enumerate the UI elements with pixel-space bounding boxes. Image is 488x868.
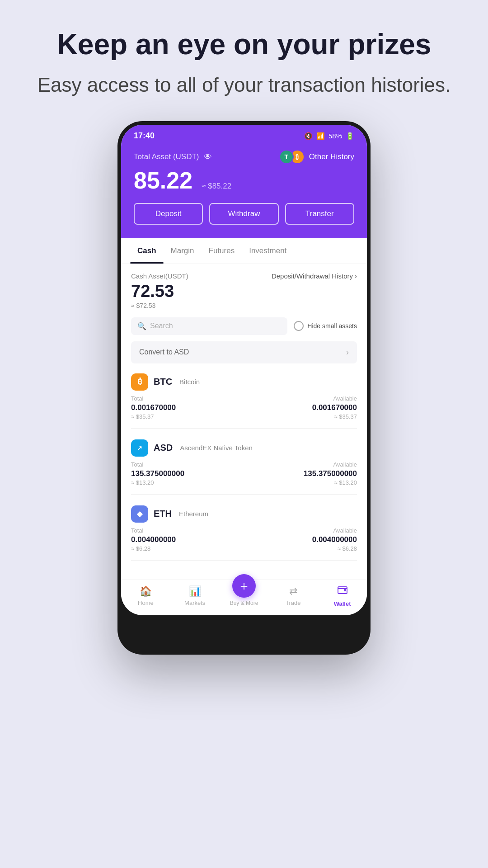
content-area: Cash Asset(USDT) Deposit/Withdrawal Hist… (121, 264, 367, 580)
wallet-header: Total Asset (USDT) 👁 T ₿ Other History 8… (121, 145, 367, 238)
asd-available-amount: 135.375000000 (304, 469, 357, 478)
search-placeholder: Search (150, 322, 173, 330)
total-asset-value: 85.22 (134, 168, 192, 193)
tabs-row: Cash Margin Futures Investment (121, 238, 367, 264)
btc-icon: ₿ (131, 373, 148, 391)
hide-small-assets[interactable]: Hide small assets (294, 321, 357, 331)
tab-investment[interactable]: Investment (242, 238, 294, 264)
eye-icon[interactable]: 👁 (204, 152, 212, 162)
search-icon: 🔍 (137, 322, 146, 330)
nav-markets-label: Markets (184, 599, 205, 606)
other-history-label: Other History (309, 152, 354, 161)
nav-trade[interactable]: ⇄ Trade (268, 585, 318, 606)
convert-bar[interactable]: Convert to ASD › (131, 341, 357, 363)
withdraw-button[interactable]: Withdraw (209, 203, 278, 225)
btc-total-label: Total (131, 395, 176, 402)
wifi-icon: 📶 (316, 132, 325, 140)
markets-icon: 📊 (189, 585, 201, 597)
asset-label: Total Asset (USDT) 👁 (134, 152, 212, 162)
eth-icon: ◆ (131, 505, 148, 523)
asd-symbol: ASD (154, 443, 173, 453)
cash-asset-label: Cash Asset(USDT) (131, 272, 188, 280)
asd-total-usd: ≈ $13.20 (131, 479, 184, 486)
btc-symbol: BTC (154, 377, 172, 387)
asd-total-amount: 135.375000000 (131, 469, 184, 478)
mute-icon: 🔇 (304, 132, 313, 140)
battery-level: 58% (328, 132, 342, 140)
tab-margin[interactable]: Margin (164, 238, 202, 264)
status-bar: 17:40 🔇 📶 58% 🔋 (121, 125, 367, 145)
other-history-section[interactable]: T ₿ Other History (279, 150, 354, 164)
asd-available-label: Available (333, 461, 357, 468)
tab-cash[interactable]: Cash (130, 238, 164, 264)
eth-available-usd: ≈ $6.28 (338, 545, 357, 552)
battery-icon: 🔋 (346, 132, 354, 140)
btc-available-label: Available (333, 395, 357, 402)
nav-wallet[interactable]: Wallet (318, 585, 367, 607)
asset-item-asd[interactable]: ↗ ASD AscendEX Native Token Total 135.37… (131, 439, 357, 495)
phone-frame: 17:40 🔇 📶 58% 🔋 Total Asset (USDT) 👁 T ₿ (117, 121, 371, 655)
cash-value: 72.53 (131, 282, 357, 301)
btc-available-amount: 0.001670000 (312, 403, 357, 412)
convert-chevron-icon: › (346, 348, 349, 357)
tether-icon: T (279, 150, 294, 164)
subheadline: Easy access to all of your transaction h… (38, 71, 451, 99)
status-icons: 🔇 📶 58% 🔋 (304, 132, 354, 140)
cash-usd: ≈ $72.53 (131, 302, 357, 309)
eth-total-label: Total (131, 527, 176, 534)
asset-item-btc[interactable]: ₿ BTC Bitcoin Total 0.001670000 ≈ $35.37… (131, 373, 357, 429)
eth-name: Ethereum (179, 510, 208, 518)
svg-rect-1 (344, 589, 346, 591)
asd-name: AscendEX Native Token (180, 444, 253, 452)
nav-trade-label: Trade (286, 599, 300, 606)
nav-home[interactable]: 🏠 Home (121, 585, 170, 606)
bottom-nav: 🏠 Home 📊 Markets ＋ Buy & More ⇄ Trade (121, 580, 367, 615)
search-box[interactable]: 🔍 Search (131, 317, 287, 335)
chevron-right-icon: › (355, 272, 357, 280)
eth-symbol: ETH (154, 509, 172, 519)
eth-total-usd: ≈ $6.28 (131, 545, 176, 552)
page-header: Keep an eye on your prizes Easy access t… (1, 0, 487, 121)
status-time: 17:40 (134, 131, 155, 141)
total-asset-usd: ≈ $85.22 (202, 182, 231, 191)
home-icon: 🏠 (140, 585, 152, 597)
hide-assets-toggle[interactable] (294, 321, 304, 331)
btc-name: Bitcoin (179, 378, 200, 386)
action-buttons: Deposit Withdraw Transfer (134, 203, 354, 225)
asd-total-label: Total (131, 461, 184, 468)
nav-wallet-label: Wallet (334, 600, 351, 607)
nav-buy-more[interactable]: ＋ Buy & More (220, 585, 269, 606)
deposit-button[interactable]: Deposit (134, 203, 203, 225)
headline: Keep an eye on your prizes (38, 27, 451, 62)
plus-circle-button[interactable]: ＋ (232, 574, 256, 598)
btc-total-amount: 0.001670000 (131, 403, 176, 412)
wallet-icon (337, 585, 348, 598)
eth-available-label: Available (333, 527, 357, 534)
deposit-history-link[interactable]: Deposit/Withdrawal History › (272, 272, 357, 280)
nav-buy-label: Buy & More (230, 600, 258, 606)
transfer-button[interactable]: Transfer (285, 203, 354, 225)
nav-home-label: Home (138, 599, 154, 606)
tab-futures[interactable]: Futures (202, 238, 242, 264)
eth-available-amount: 0.004000000 (312, 535, 357, 544)
asset-item-eth[interactable]: ◆ ETH Ethereum Total 0.004000000 ≈ $6.28… (131, 505, 357, 561)
btc-total-usd: ≈ $35.37 (131, 413, 176, 420)
nav-markets[interactable]: 📊 Markets (170, 585, 220, 606)
trade-icon: ⇄ (289, 585, 297, 597)
asd-icon: ↗ (131, 439, 148, 457)
btc-available-usd: ≈ $35.37 (334, 413, 357, 420)
asd-available-usd: ≈ $13.20 (334, 479, 357, 486)
eth-total-amount: 0.004000000 (131, 535, 176, 544)
phone-screen: 17:40 🔇 📶 58% 🔋 Total Asset (USDT) 👁 T ₿ (121, 125, 367, 615)
